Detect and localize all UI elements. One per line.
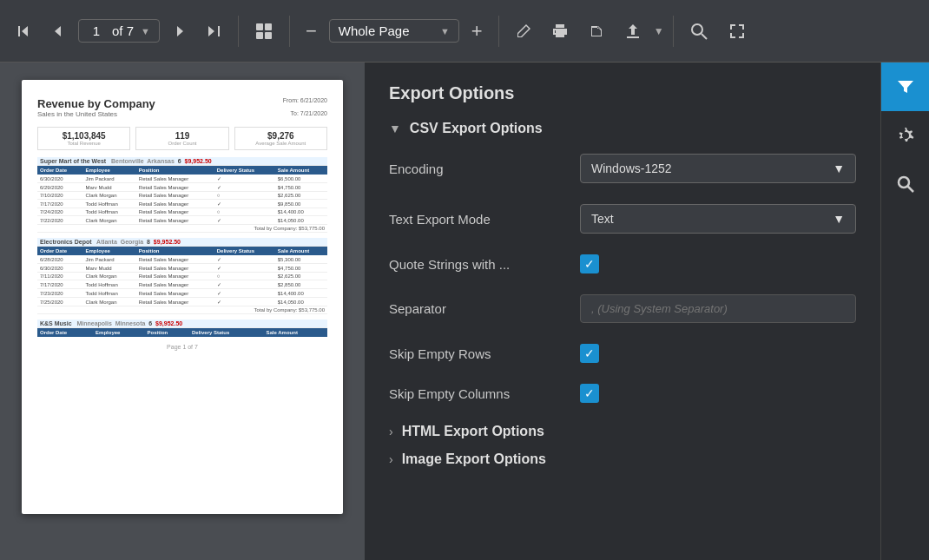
metric-orders-value: 119 [143,131,221,141]
first-page-button[interactable] [9,18,38,44]
edit-button[interactable] [508,17,539,45]
svg-line-7 [907,187,913,193]
text-export-mode-label: Text Export Mode [389,212,563,227]
print-button[interactable] [544,17,576,45]
doc-footer: Page 1 of 7 [37,344,327,350]
zoom-in-button[interactable]: + [464,15,490,48]
export-title: Export Options [389,83,856,103]
search-sidebar-button[interactable] [881,160,930,208]
skip-empty-columns-row: Skip Empty Columns ✓ [389,384,856,403]
skip-empty-columns-checkmark: ✓ [584,386,595,400]
svg-rect-2 [256,32,263,39]
skip-empty-columns-label: Skip Empty Columns [389,386,563,401]
doc-date-from: From: 6/21/2020 [283,97,327,103]
page-total: of 7 [112,23,134,38]
zoom-selector[interactable]: Whole Page ▼ [329,19,459,43]
skip-empty-rows-label: Skip Empty Rows [389,346,563,361]
metric-revenue: $1,103,845 Total Revenue [37,127,130,150]
doc-subtitle: Sales in the United States [37,110,155,118]
separator-label: Separator [389,301,563,316]
quote-strings-checkmark: ✓ [584,257,595,271]
toolbar-separator-1 [238,16,239,47]
svg-rect-1 [265,23,272,30]
metric-avg-value: $9,276 [242,131,320,141]
image-chevron-icon: › [389,452,393,466]
doc-title: Revenue by Company [37,97,155,110]
next-page-button[interactable] [165,18,194,44]
metric-orders-label: Order Count [143,141,221,146]
zoom-dropdown-arrow: ▼ [440,26,450,36]
document-preview: Revenue by Company Sales in the United S… [0,63,365,560]
skip-empty-rows-checkbox[interactable]: ✓ [580,344,599,363]
text-export-mode-row: Text Export Mode Text ▼ [389,204,856,234]
toolbar: of 7 ▼ − Whole Page ▼ + [0,0,929,63]
page-dropdown-arrow: ▼ [141,26,150,36]
search-button[interactable] [682,16,715,46]
quote-strings-row: Quote Strings with ... ✓ [389,254,856,273]
export-panel: Export Options ▼ CSV Export Options Enco… [365,63,880,560]
skip-empty-rows-row: Skip Empty Rows ✓ [389,344,856,363]
prev-page-button[interactable] [43,18,73,44]
encoding-row: Encoding Windows-1252 ▼ [389,154,856,183]
metric-revenue-value: $1,103,845 [45,131,122,141]
zoom-out-button[interactable]: − [299,15,324,48]
doc-table-3: K&S Music Minneapolis Minnesota 6 $9,952… [37,320,327,337]
encoding-dropdown-arrow: ▼ [833,161,845,175]
csv-section-header[interactable]: ▼ CSV Export Options [389,121,856,136]
toolbar-separator-4 [673,16,674,47]
image-section-header[interactable]: › Image Export Options [389,451,856,467]
skip-empty-rows-checkmark: ✓ [584,346,595,360]
csv-section-label: CSV Export Options [410,121,543,136]
doc-table-2: Electronics Depot Atlanta Georgia 8 $9,9… [37,238,327,314]
toolbar-separator-3 [498,16,499,47]
document-page: Revenue by Company Sales in the United S… [22,80,343,514]
quote-strings-checkbox[interactable]: ✓ [580,254,599,273]
metric-orders: 119 Order Count [135,127,228,150]
page-input[interactable] [88,23,105,38]
metric-avg: $9,276 Average Sale Amount [234,127,327,150]
encoding-value: Windows-1252 [591,161,672,175]
metrics-row: $1,103,845 Total Revenue 119 Order Count… [37,127,327,150]
encoding-select[interactable]: Windows-1252 ▼ [580,154,856,183]
svg-point-6 [899,177,909,188]
print2-button[interactable] [581,17,612,45]
sidebar-icons [880,63,929,560]
doc-date-to: To: 7/21/2020 [283,110,327,116]
svg-point-4 [692,24,702,35]
skip-empty-columns-checkbox[interactable]: ✓ [580,384,599,403]
image-section-label: Image Export Options [402,451,546,467]
svg-rect-3 [265,32,272,39]
last-page-button[interactable] [200,18,229,44]
separator-row: Separator [389,294,856,323]
main-content: Revenue by Company Sales in the United S… [0,63,929,560]
separator-input[interactable] [580,294,856,323]
grid-view-button[interactable] [247,16,280,46]
quote-strings-label: Quote Strings with ... [389,257,563,272]
doc-table-1: Super Mart of the West Bentonville Arkan… [37,157,327,233]
metric-revenue-label: Total Revenue [45,141,122,146]
text-export-mode-value: Text [591,212,614,226]
text-export-mode-dropdown-arrow: ▼ [833,212,845,226]
html-section-header[interactable]: › HTML Export Options [389,424,856,439]
fullscreen-button[interactable] [721,16,754,46]
svg-rect-0 [256,23,263,30]
encoding-label: Encoding [389,161,563,176]
html-chevron-icon: › [389,425,393,438]
share-button[interactable] [617,17,649,45]
zoom-label: Whole Page [339,23,410,38]
html-section-label: HTML Export Options [402,424,544,439]
page-indicator[interactable]: of 7 ▼ [78,19,160,43]
toolbar-separator-2 [289,16,290,47]
filter-sidebar-button[interactable] [881,63,930,111]
csv-chevron-icon: ▼ [389,122,401,135]
svg-line-5 [702,34,707,39]
settings-sidebar-button[interactable] [881,111,930,160]
share-dropdown-arrow: ▼ [654,25,664,37]
text-export-mode-select[interactable]: Text ▼ [580,204,856,234]
metric-avg-label: Average Sale Amount [242,141,320,146]
